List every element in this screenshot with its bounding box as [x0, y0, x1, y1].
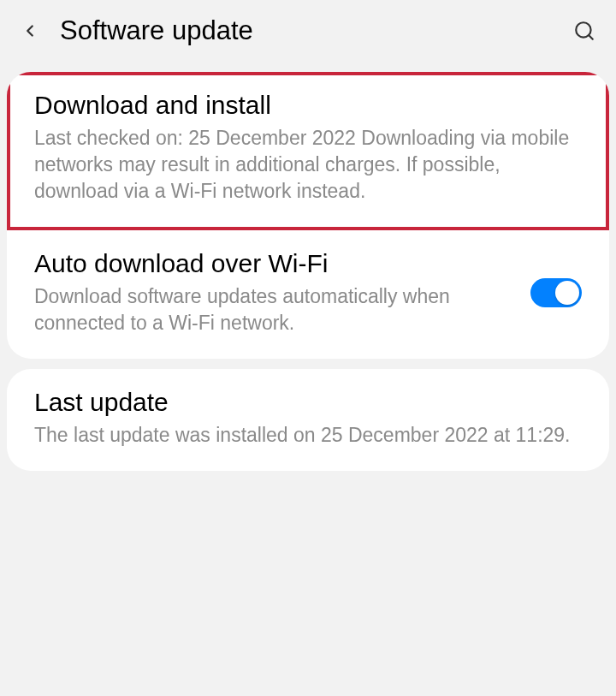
download-and-install-item[interactable]: Download and install Last checked on: 25…	[7, 72, 609, 230]
search-icon[interactable]	[573, 20, 595, 42]
last-update-item[interactable]: Last update The last update was installe…	[7, 369, 609, 471]
svg-line-1	[589, 35, 593, 39]
back-icon[interactable]	[21, 21, 39, 40]
settings-group-1: Download and install Last checked on: 25…	[7, 72, 609, 359]
item-title: Last update	[34, 388, 582, 417]
auto-download-item[interactable]: Auto download over Wi-Fi Download softwa…	[7, 230, 609, 359]
toggle-knob	[555, 281, 579, 305]
item-title: Auto download over Wi-Fi	[34, 249, 513, 278]
page-title: Software update	[60, 15, 573, 46]
auto-download-toggle[interactable]	[530, 278, 582, 307]
settings-group-2: Last update The last update was installe…	[7, 369, 609, 471]
item-text: Auto download over Wi-Fi Download softwa…	[34, 249, 530, 336]
item-title: Download and install	[34, 91, 582, 120]
item-subtitle: Last checked on: 25 December 2022 Downlo…	[34, 125, 582, 205]
item-subtitle: The last update was installed on 25 Dece…	[34, 422, 582, 449]
header: Software update	[0, 0, 616, 62]
item-subtitle: Download software updates automatically …	[34, 283, 513, 336]
